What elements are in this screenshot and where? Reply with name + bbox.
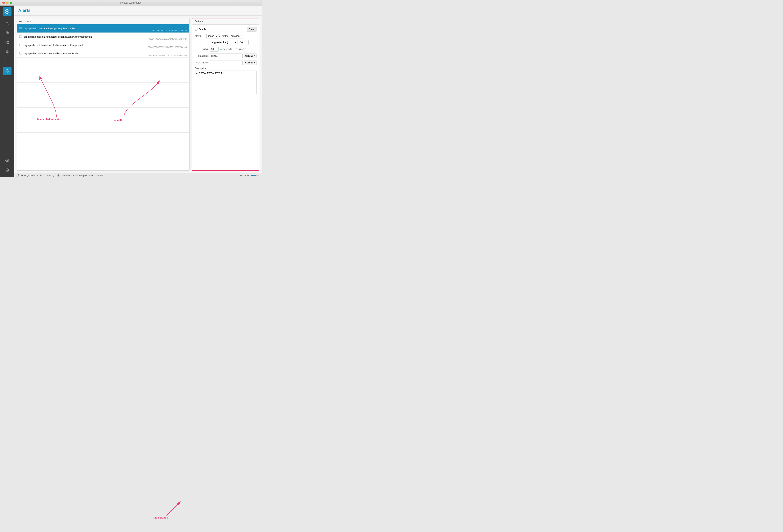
on-agents-input[interactable] [210,54,243,58]
enabled-label: Enabled [195,28,207,31]
timezone-text: Timezone: Central European Time [60,174,93,177]
connection-text: debian (fs2demo.flopsar.com:9000) [20,174,54,177]
memory-text: 375.89 MB [240,174,250,177]
svg-rect-11 [6,43,7,44]
minimize-button[interactable] [6,2,8,4]
svg-rect-21 [20,36,20,37]
window-title: Flopsar Workstation [120,1,141,4]
sidebar-bottom [3,156,11,176]
alert-if-label: Alert if [195,35,206,37]
threshold-input[interactable] [239,40,249,45]
table-row[interactable]: org.apache.catalina.connector.Response.s… [17,41,189,49]
titlebar: Flopsar Workstation [0,0,262,5]
sidebar-item-home[interactable] [3,165,11,174]
memory-bar [251,175,259,176]
rule-id: 8B9E9696943AA32E.5AD3B43F5D4549B7 [149,38,187,40]
minutes-label: minutes [238,48,246,51]
svg-rect-19 [20,28,20,29]
svg-rect-23 [20,44,20,45]
rule-enabled-indicator [19,35,22,38]
sidebar-item-chart[interactable] [3,57,11,66]
rule-enabled-indicator [19,43,22,47]
within-label: within [195,48,209,51]
rule-id: AF1C3B4A6D2E.3AA0B4B1C2D3E4F5 [152,30,187,32]
on-agents-row: on agents Options ▼ [195,54,256,58]
seconds-label: seconds [223,48,232,51]
rules-list: org.apache.connector.threadpooling.filte… [17,24,189,170]
svg-point-3 [6,32,8,34]
of-metric-label: of metric [219,35,228,37]
settings-body: Enabled Save Alert if mean max min [192,25,259,170]
svg-point-4 [6,32,8,33]
is-label: is [195,41,209,44]
main-content: Alert Rules org.apache.connector.threadp… [14,15,262,173]
table-row-empty [17,91,189,99]
with-params-row: with params Options ▼ [195,60,256,65]
table-row[interactable]: org.apache.catalina.connector.Response.s… [17,49,189,58]
page-title: Alerts [18,8,258,13]
table-row-empty [17,74,189,83]
clock-icon [57,174,60,177]
with-params-options-button[interactable]: Options ▼ [244,60,256,65]
seconds-radio-group: seconds [220,48,232,51]
svg-marker-13 [6,51,9,52]
window-controls [2,2,12,4]
app-window: Flopsar Workstation [0,0,262,178]
table-row-empty [17,107,189,116]
table-row-empty [17,58,189,66]
enabled-text: Enabled [199,28,207,31]
enabled-checkbox[interactable] [195,28,197,31]
memory-status: 375.89 MB [240,174,259,177]
seconds-radio[interactable] [220,48,222,50]
table-row[interactable]: org.apache.connector.threadpooling.filte… [17,24,189,33]
sidebar-item-settings[interactable] [3,156,11,165]
settings-panel: Settings Enabled Save Alert if [192,18,259,171]
with-params-input[interactable] [210,60,243,65]
svg-rect-9 [6,41,7,42]
within-row: within seconds minutes [195,47,256,52]
threads-text: 2/2 [100,174,103,177]
description-section: Description: [195,67,256,95]
memory-fill [251,175,256,176]
description-label: Description: [195,67,256,70]
chevron-down-icon: ▼ [253,55,255,57]
enabled-row: Enabled Save [195,27,256,32]
app-logo[interactable] [3,7,11,16]
save-button[interactable]: Save [247,27,256,32]
app-body: Alerts Alert Rules [0,5,262,178]
svg-point-17 [7,160,8,161]
svg-line-2 [8,24,8,25]
sidebar-item-alerts[interactable] [3,67,11,75]
rule-id: 8F4265B04B6A96C7.A28D2D40A88946F3 [149,55,187,57]
sidebar-item-target[interactable] [3,29,11,37]
options-label-2: Options [245,61,253,64]
alert-if-row: Alert if mean max min of metric duration… [195,34,256,38]
chevron-down-icon-2: ▼ [253,62,255,64]
sidebar-item-grid[interactable] [3,38,11,47]
options-label: Options [245,55,253,57]
alert-rules-panel: Alert Rules org.apache.connector.threadp… [17,18,189,171]
svg-rect-10 [7,41,8,42]
sidebar [0,5,14,178]
svg-point-1 [6,22,8,24]
on-agents-options-button[interactable]: Options ▼ [244,54,256,58]
metric-select[interactable]: duration count [229,34,244,38]
condition-select[interactable]: > (greater than) < (less than) [210,40,238,45]
minutes-radio[interactable] [235,48,237,50]
sidebar-item-layers[interactable] [3,48,11,56]
table-row[interactable]: org.apache.catalina.connector.Response.s… [17,33,189,41]
with-params-label: with params [195,61,209,64]
svg-rect-25 [20,53,20,54]
rule-enabled-indicator [19,52,22,55]
description-textarea[interactable] [195,70,256,94]
maximize-button[interactable] [10,2,12,4]
rule-id: B84A282EC68B2273.8C56C2D5BFDA494A [148,46,187,49]
is-row: is > (greater than) < (less than) [195,40,256,45]
within-input[interactable] [210,47,219,52]
table-row-empty [17,124,189,133]
alert-rules-header: Alert Rules [17,18,189,24]
table-row-empty [17,116,189,124]
sidebar-item-search[interactable] [3,19,11,28]
close-button[interactable] [2,2,5,4]
mean-select[interactable]: mean max min [206,34,218,38]
